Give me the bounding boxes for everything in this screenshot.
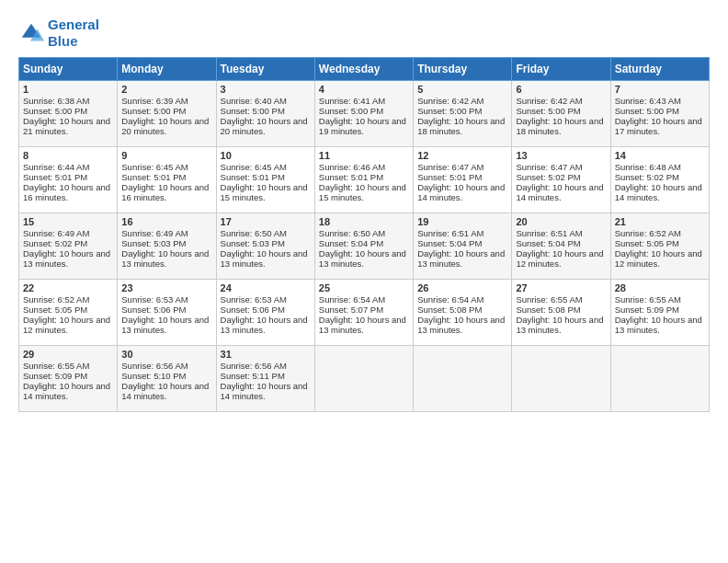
week-row-5: 29Sunrise: 6:55 AMSunset: 5:09 PMDayligh… xyxy=(19,346,710,412)
day-cell: 1Sunrise: 6:38 AMSunset: 5:00 PMDaylight… xyxy=(19,81,118,147)
daylight: Daylight: 10 hours and 13 minutes. xyxy=(319,315,406,335)
col-header-tuesday: Tuesday xyxy=(216,58,314,81)
logo: General Blue xyxy=(18,17,99,50)
daylight: Daylight: 10 hours and 14 minutes. xyxy=(221,381,308,401)
sunrise: Sunrise: 6:47 AM xyxy=(516,162,582,172)
sunset: Sunset: 5:04 PM xyxy=(319,238,383,248)
day-cell: 22Sunrise: 6:52 AMSunset: 5:05 PMDayligh… xyxy=(19,280,118,346)
sunrise: Sunrise: 6:43 AM xyxy=(615,96,681,106)
day-cell: 28Sunrise: 6:55 AMSunset: 5:09 PMDayligh… xyxy=(610,280,709,346)
sunrise: Sunrise: 6:51 AM xyxy=(516,228,582,238)
daylight: Daylight: 10 hours and 16 minutes. xyxy=(23,182,110,202)
daylight: Daylight: 10 hours and 13 minutes. xyxy=(221,248,308,269)
day-number: 31 xyxy=(221,349,311,360)
sunrise: Sunrise: 6:52 AM xyxy=(615,228,681,238)
sunrise: Sunrise: 6:55 AM xyxy=(516,294,582,304)
day-cell: 29Sunrise: 6:55 AMSunset: 5:09 PMDayligh… xyxy=(19,346,118,412)
sunrise: Sunrise: 6:45 AM xyxy=(121,162,188,172)
day-cell: 19Sunrise: 6:51 AMSunset: 5:04 PMDayligh… xyxy=(414,213,512,280)
daylight: Daylight: 10 hours and 14 minutes. xyxy=(23,381,110,401)
col-header-wednesday: Wednesday xyxy=(314,58,413,81)
sunset: Sunset: 5:05 PM xyxy=(615,238,679,248)
daylight: Daylight: 10 hours and 12 minutes. xyxy=(615,248,702,269)
day-number: 16 xyxy=(121,216,211,227)
day-number: 18 xyxy=(319,216,409,227)
sunset: Sunset: 5:07 PM xyxy=(319,304,383,315)
sunset: Sunset: 5:03 PM xyxy=(221,238,285,248)
sunset: Sunset: 5:00 PM xyxy=(615,106,679,116)
sunset: Sunset: 5:02 PM xyxy=(516,172,580,182)
sunrise: Sunrise: 6:55 AM xyxy=(615,294,681,304)
logo-text: General Blue xyxy=(48,17,99,50)
sunrise: Sunrise: 6:56 AM xyxy=(221,361,287,371)
day-cell: 16Sunrise: 6:49 AMSunset: 5:03 PMDayligh… xyxy=(118,213,216,280)
day-number: 23 xyxy=(121,282,211,293)
sunrise: Sunrise: 6:50 AM xyxy=(221,228,287,238)
day-cell: 20Sunrise: 6:51 AMSunset: 5:04 PMDayligh… xyxy=(512,213,610,280)
day-cell: 8Sunrise: 6:44 AMSunset: 5:01 PMDaylight… xyxy=(19,147,118,213)
day-number: 29 xyxy=(23,349,113,360)
sunset: Sunset: 5:00 PM xyxy=(516,106,580,116)
daylight: Daylight: 10 hours and 13 minutes. xyxy=(23,248,110,269)
day-number: 14 xyxy=(615,150,705,161)
day-number: 27 xyxy=(516,282,606,293)
sunset: Sunset: 5:08 PM xyxy=(417,304,482,315)
day-number: 12 xyxy=(417,150,507,161)
sunrise: Sunrise: 6:42 AM xyxy=(417,96,483,106)
header: General Blue xyxy=(18,17,710,50)
day-number: 17 xyxy=(221,216,311,227)
sunrise: Sunrise: 6:56 AM xyxy=(121,361,188,371)
sunset: Sunset: 5:02 PM xyxy=(615,172,679,182)
sunset: Sunset: 5:06 PM xyxy=(121,304,186,315)
day-cell: 25Sunrise: 6:54 AMSunset: 5:07 PMDayligh… xyxy=(314,280,413,346)
week-row-3: 15Sunrise: 6:49 AMSunset: 5:02 PMDayligh… xyxy=(19,213,710,280)
sunrise: Sunrise: 6:55 AM xyxy=(23,361,89,371)
daylight: Daylight: 10 hours and 13 minutes. xyxy=(121,248,209,269)
day-number: 2 xyxy=(121,84,211,95)
week-row-2: 8Sunrise: 6:44 AMSunset: 5:01 PMDaylight… xyxy=(19,147,710,213)
day-number: 15 xyxy=(23,216,113,227)
day-cell: 18Sunrise: 6:50 AMSunset: 5:04 PMDayligh… xyxy=(314,213,413,280)
sunset: Sunset: 5:01 PM xyxy=(221,172,285,182)
header-row: SundayMondayTuesdayWednesdayThursdayFrid… xyxy=(19,58,710,81)
daylight: Daylight: 10 hours and 13 minutes. xyxy=(121,315,209,335)
daylight: Daylight: 10 hours and 18 minutes. xyxy=(516,116,603,136)
daylight: Daylight: 10 hours and 20 minutes. xyxy=(121,116,209,136)
daylight: Daylight: 10 hours and 12 minutes. xyxy=(516,248,603,269)
sunrise: Sunrise: 6:54 AM xyxy=(319,294,385,304)
day-cell xyxy=(512,346,610,412)
sunset: Sunset: 5:01 PM xyxy=(23,172,87,182)
sunset: Sunset: 5:10 PM xyxy=(121,371,186,381)
day-cell: 14Sunrise: 6:48 AMSunset: 5:02 PMDayligh… xyxy=(610,147,709,213)
day-cell: 17Sunrise: 6:50 AMSunset: 5:03 PMDayligh… xyxy=(216,213,314,280)
col-header-monday: Monday xyxy=(118,58,216,81)
page: General Blue SundayMondayTuesdayWednesda… xyxy=(0,0,728,563)
daylight: Daylight: 10 hours and 17 minutes. xyxy=(615,116,702,136)
day-number: 21 xyxy=(615,216,705,227)
daylight: Daylight: 10 hours and 14 minutes. xyxy=(615,182,702,202)
day-number: 8 xyxy=(23,150,113,161)
day-cell: 27Sunrise: 6:55 AMSunset: 5:08 PMDayligh… xyxy=(512,280,610,346)
daylight: Daylight: 10 hours and 15 minutes. xyxy=(221,182,308,202)
day-number: 28 xyxy=(615,282,705,293)
sunrise: Sunrise: 6:46 AM xyxy=(319,162,385,172)
day-cell: 12Sunrise: 6:47 AMSunset: 5:01 PMDayligh… xyxy=(414,147,512,213)
col-header-friday: Friday xyxy=(512,58,610,81)
daylight: Daylight: 10 hours and 15 minutes. xyxy=(319,182,406,202)
daylight: Daylight: 10 hours and 20 minutes. xyxy=(221,116,308,136)
day-number: 9 xyxy=(121,150,211,161)
sunrise: Sunrise: 6:52 AM xyxy=(23,294,89,304)
day-cell xyxy=(414,346,512,412)
day-number: 6 xyxy=(516,84,606,95)
day-number: 26 xyxy=(417,282,507,293)
day-number: 11 xyxy=(319,150,409,161)
sunrise: Sunrise: 6:45 AM xyxy=(221,162,287,172)
sunrise: Sunrise: 6:38 AM xyxy=(23,96,89,106)
day-cell: 11Sunrise: 6:46 AMSunset: 5:01 PMDayligh… xyxy=(314,147,413,213)
day-cell xyxy=(610,346,709,412)
col-header-sunday: Sunday xyxy=(19,58,118,81)
sunset: Sunset: 5:00 PM xyxy=(417,106,482,116)
sunrise: Sunrise: 6:53 AM xyxy=(221,294,287,304)
sunrise: Sunrise: 6:49 AM xyxy=(121,228,188,238)
day-number: 4 xyxy=(319,84,409,95)
